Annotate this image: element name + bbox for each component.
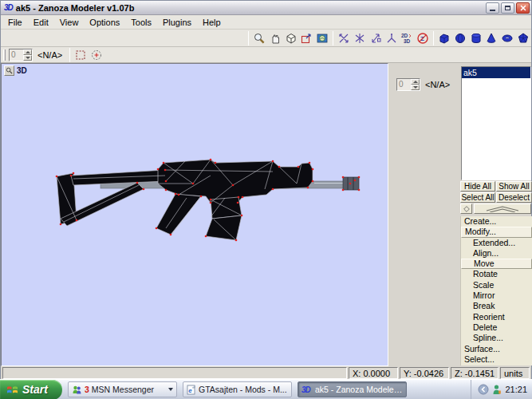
minimize-button[interactable] [486, 2, 499, 14]
menu-modify[interactable]: Modify... [461, 227, 532, 237]
menu-select[interactable]: Select... [461, 354, 532, 365]
select-all-button[interactable]: Select All [460, 192, 495, 203]
pan-hand-icon[interactable] [267, 30, 283, 46]
arrow-up-icon [413, 81, 418, 83]
frame-spinner[interactable]: 0 [9, 49, 33, 61]
model-magazine [206, 197, 242, 240]
menu-break[interactable]: Break [461, 301, 532, 311]
vertices-tool-2-icon[interactable] [352, 30, 368, 46]
menu-plugins[interactable]: Plugins [157, 16, 197, 29]
zanoza-logo-icon[interactable]: Z [415, 30, 431, 46]
chevron-up-icon [480, 205, 525, 212]
list-buttons: Hide All Show All Select All Deselect [460, 181, 532, 203]
toolbar-empty-dock [1, 31, 246, 45]
status-y-coordinate: Y: -0.0426 [400, 367, 449, 379]
task-zmodeler[interactable]: 3D ak5 - Zanoza Modeler... [298, 381, 407, 397]
menu-surface[interactable]: Surface... [461, 344, 532, 354]
status-bar: X: 0.0000 Y: -0.0426 Z: -0.1451 units [1, 366, 531, 380]
app-3d-icon: 3D [4, 3, 13, 12]
primitive-torus-icon[interactable] [499, 30, 515, 46]
vertices-tool-4-icon[interactable] [384, 30, 400, 46]
title-bar[interactable]: 3D ak5 - Zanoza Modeler v1.07b [1, 1, 531, 15]
menu-file[interactable]: File [2, 16, 28, 29]
primitive-cone-icon[interactable] [484, 30, 500, 46]
scene-thumbnail-icon[interactable] [314, 30, 330, 46]
task-label: ak5 - Zanoza Modeler... [315, 385, 403, 394]
primitive-cube-icon[interactable] [436, 30, 452, 46]
deselect-button[interactable]: Deselect [496, 192, 532, 203]
status-units: units [500, 367, 530, 379]
menu-spline[interactable]: Spline... [461, 333, 532, 343]
task-msn-messenger[interactable]: 3 MSN Messenger [68, 381, 177, 397]
model-ak5[interactable] [2, 64, 388, 365]
toolbar-separator [69, 48, 70, 62]
status-message-panel [2, 367, 347, 379]
toolbar-separator [248, 31, 249, 45]
main-toolbar: 2D3D Z [1, 30, 531, 47]
diamond-icon [463, 205, 471, 213]
menu-mirror[interactable]: Mirror [461, 290, 532, 301]
collapse-button[interactable] [474, 203, 531, 214]
internet-explorer-icon: e [187, 385, 196, 395]
spinner-down-button[interactable] [411, 85, 420, 90]
menu-extended[interactable]: Extended... [461, 238, 532, 248]
selection-circle-icon[interactable] [89, 47, 104, 63]
restore-button[interactable] [501, 2, 514, 14]
menu-edit[interactable]: Edit [28, 16, 54, 29]
hide-all-button[interactable]: Hide All [460, 181, 495, 192]
menu-view[interactable]: View [54, 16, 85, 29]
panel-spinner-row: 0 <N/A> [396, 78, 455, 91]
toolbar-separator [333, 31, 333, 45]
task-gtasajten-browser[interactable]: e GTAsajten - Mods - M... [183, 381, 292, 397]
menu-bar: File Edit View Options Tools Plugins Hel… [1, 15, 531, 30]
windows-logo-icon [6, 385, 18, 395]
menu-help[interactable]: Help [197, 16, 227, 29]
zoom-icon[interactable] [251, 30, 267, 46]
chevron-down-icon[interactable] [168, 388, 173, 391]
menu-options[interactable]: Options [84, 16, 125, 29]
diamond-button[interactable] [460, 203, 472, 214]
toolbar-grip[interactable] [3, 49, 6, 61]
perspective-cube-icon[interactable] [283, 30, 299, 46]
primitive-polyhedron-icon[interactable] [515, 30, 531, 46]
menu-rotate[interactable]: Rotate [461, 269, 532, 279]
menu-align[interactable]: Align... [461, 248, 532, 259]
menu-move[interactable]: Move [461, 259, 532, 269]
selection-rect-icon[interactable] [73, 47, 89, 63]
tray-collapse-icon[interactable] [478, 384, 489, 395]
zmodeler-window: 3D ak5 - Zanoza Modeler v1.07b File Edit… [0, 0, 532, 379]
vertices-tool-1-icon[interactable] [336, 30, 352, 46]
tray-messenger-status-icon[interactable] [492, 384, 502, 395]
view-2d3d-icon[interactable]: 2D3D [399, 30, 415, 46]
svg-text:e: e [188, 387, 192, 394]
model-grip [156, 194, 201, 235]
vertices-tool-3-icon[interactable] [368, 30, 384, 46]
viewport-magnifier-button[interactable] [4, 65, 14, 76]
spinner-up-button[interactable] [23, 49, 32, 55]
primitive-cylinder-icon[interactable] [468, 30, 484, 46]
viewport-3d[interactable]: 3D [1, 63, 388, 366]
primitive-sphere-icon[interactable] [452, 30, 468, 46]
svg-text:3D: 3D [301, 385, 311, 394]
menu-scale[interactable]: Scale [461, 280, 532, 290]
menu-delete[interactable]: Delete [461, 322, 532, 333]
task-label: GTAsajten - Mods - M... [199, 385, 288, 394]
system-tray: 21:21 [471, 380, 532, 399]
menu-create[interactable]: Create... [461, 216, 532, 227]
close-button[interactable] [516, 2, 530, 14]
menu-tools[interactable]: Tools [125, 16, 157, 29]
viewport-box-icon[interactable] [299, 30, 315, 46]
workspace: 3D [1, 63, 531, 366]
svg-text:3D: 3D [404, 38, 411, 44]
close-icon [520, 5, 526, 11]
spinner-up-button[interactable] [411, 79, 420, 85]
object-list[interactable]: ak5 [461, 66, 531, 180]
minimize-icon [490, 10, 495, 11]
menu-reorient[interactable]: Reorient [461, 312, 532, 322]
panel-spinner[interactable]: 0 [396, 78, 420, 91]
start-button[interactable]: Start [0, 380, 62, 399]
spinner-down-button[interactable] [23, 55, 32, 61]
object-list-item-ak5[interactable]: ak5 [462, 67, 530, 78]
view-toolbar: 0 <N/A> [1, 47, 531, 63]
show-all-button[interactable]: Show All [496, 181, 532, 192]
